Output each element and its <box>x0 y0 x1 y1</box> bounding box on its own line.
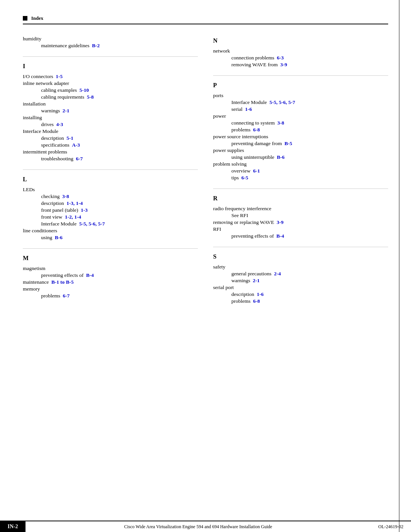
section-N: N network connection problems 6-3 removi… <box>213 37 388 68</box>
link-3-9[interactable]: 3-9 <box>280 62 287 67</box>
entry-text: overview 6-1 <box>213 168 260 174</box>
link-b-6b[interactable]: B-6 <box>277 154 285 160</box>
link-6-7b[interactable]: 6-7 <box>63 293 70 299</box>
entry-text: drives 4-3 <box>23 121 63 127</box>
entry-text: serial port <box>213 284 234 290</box>
list-item: description 1-6 <box>213 291 388 297</box>
entry-text: problem solving <box>213 161 247 167</box>
entry-text: memory <box>23 286 40 292</box>
link-b1-b5[interactable]: B-1 to B-5 <box>51 279 74 285</box>
entry-text: general precautions 2-4 <box>213 271 281 276</box>
link-1-6[interactable]: 1-6 <box>245 106 252 112</box>
entry-text: maintenance B-1 to B-5 <box>23 279 73 285</box>
list-item: tips 6-5 <box>213 175 388 181</box>
list-item: serial 1-6 <box>213 106 388 112</box>
list-item: drives 4-3 <box>23 121 198 128</box>
link-b2[interactable]: B-2 <box>92 43 100 48</box>
list-item: problems 6-8 <box>213 298 388 304</box>
content-columns: humidity maintenance guidelines B-2 I I/… <box>23 36 388 312</box>
entry-text: preventing damage from B-5 <box>213 141 292 146</box>
page-footer: IN-2 Cisco Wide Area Virtualization Engi… <box>0 521 411 532</box>
link-a-3[interactable]: A-3 <box>72 142 80 148</box>
list-item: warnings 2-1 <box>23 108 198 114</box>
link-1-5[interactable]: 1-5 <box>56 73 63 79</box>
list-item: description 1-3, 1-4 <box>23 200 198 206</box>
entry-text: radio frequency interference <box>213 206 271 211</box>
list-item: warnings 2-1 <box>213 278 388 284</box>
section-letter-L: L <box>23 176 198 183</box>
list-item: installation <box>23 101 198 107</box>
list-item: troubleshooting 6-7 <box>23 156 198 162</box>
entry-text: preventing effects of B-4 <box>23 272 94 278</box>
footer-page-number: IN-2 <box>0 521 25 532</box>
right-border <box>399 0 400 532</box>
list-item: inline network adapter <box>23 80 198 86</box>
link-6-8b[interactable]: 6-8 <box>253 298 260 304</box>
link-5-8[interactable]: 5-8 <box>87 94 94 100</box>
link-4-3[interactable]: 4-3 <box>56 121 63 127</box>
list-item: humidity <box>23 36 198 42</box>
link-1-6b[interactable]: 1-6 <box>257 291 264 297</box>
link-2-1[interactable]: 2-1 <box>62 108 69 113</box>
link-5-10[interactable]: 5-10 <box>80 87 89 93</box>
list-item: preventing effects of B-4 <box>213 233 388 239</box>
entry-text: Interface Module 5-5, 5-6, 5-7 <box>213 99 295 105</box>
link-b-4b[interactable]: B-4 <box>276 233 284 239</box>
header-square-icon <box>23 16 27 21</box>
link-b-4[interactable]: B-4 <box>86 272 94 278</box>
link-6-1[interactable]: 6-1 <box>253 168 260 174</box>
footer-center-text: Cisco Wide Area Virtualization Engine 59… <box>25 521 371 532</box>
link-b-6[interactable]: B-6 <box>55 235 62 240</box>
link-6-8[interactable]: 6-8 <box>253 127 260 133</box>
section-L: L LEDs checking 3-8 description 1-3, 1-4… <box>23 176 198 241</box>
link-6-5[interactable]: 6-5 <box>241 175 248 181</box>
list-item: using uninterruptible B-6 <box>213 154 388 160</box>
entry-text: problems 6-8 <box>213 127 260 133</box>
link-1-2-1-4[interactable]: 1-2, 1-4 <box>65 214 81 220</box>
entry-text: connection problems 6-3 <box>213 55 284 61</box>
list-item: connection problems 6-3 <box>213 55 388 61</box>
entry-text: installing <box>23 115 42 120</box>
entry-text: I/O connectors 1-5 <box>23 73 63 79</box>
list-item: power <box>213 113 388 119</box>
list-item: safety <box>213 264 388 270</box>
section-divider <box>213 189 388 189</box>
entry-text: power <box>213 113 226 119</box>
link-1-3-1-4[interactable]: 1-3, 1-4 <box>67 200 83 206</box>
list-item: general precautions 2-4 <box>213 271 388 277</box>
list-item: intermittent problems <box>23 149 198 155</box>
entry-text: tips 6-5 <box>213 175 248 181</box>
list-item: overview 6-1 <box>213 168 388 174</box>
list-item: problems 6-8 <box>213 127 388 133</box>
section-I: I I/O connectors 1-5 inline network adap… <box>23 63 198 162</box>
link-3-9b[interactable]: 3-9 <box>277 219 284 225</box>
link-6-3[interactable]: 6-3 <box>277 55 284 61</box>
list-item: magnetism <box>23 265 198 272</box>
link-2-1b[interactable]: 2-1 <box>253 278 260 283</box>
link-5-1[interactable]: 5-1 <box>67 135 73 141</box>
list-item: installing <box>23 115 198 121</box>
list-item: power source interruptions <box>213 134 388 140</box>
list-item: line conditioners <box>23 228 198 234</box>
link-1-3b[interactable]: 1-3 <box>81 207 88 213</box>
link-5-5-5-6-5-7[interactable]: 5-5, 5-6, 5-7 <box>79 221 105 227</box>
list-item: I/O connectors 1-5 <box>23 73 198 80</box>
entry-text: specifications A-3 <box>23 142 80 148</box>
entry-text: description 1-6 <box>213 291 264 297</box>
link-b-5[interactable]: B-5 <box>284 141 292 146</box>
entry-text: power source interruptions <box>213 134 268 139</box>
link-6-7[interactable]: 6-7 <box>76 156 83 161</box>
entry-text: cabling examples 5-10 <box>23 87 89 93</box>
link-3-8b[interactable]: 3-8 <box>277 120 284 126</box>
link-2-4[interactable]: 2-4 <box>274 271 281 276</box>
link-3-8[interactable]: 3-8 <box>62 193 69 199</box>
list-item: checking 3-8 <box>23 193 198 200</box>
list-item: See RFI <box>213 212 388 219</box>
list-item: maintenance guidelines B-2 <box>23 43 198 49</box>
list-item: specifications A-3 <box>23 142 198 148</box>
entry-text: LEDs <box>23 187 35 192</box>
link-p-5-5-5-6-5-7[interactable]: 5-5, 5-6, 5-7 <box>269 99 295 105</box>
list-item: description 5-1 <box>23 135 198 141</box>
entry-text: cabling requirements 5-8 <box>23 94 94 100</box>
entry-text: using uninterruptible B-6 <box>213 154 285 160</box>
